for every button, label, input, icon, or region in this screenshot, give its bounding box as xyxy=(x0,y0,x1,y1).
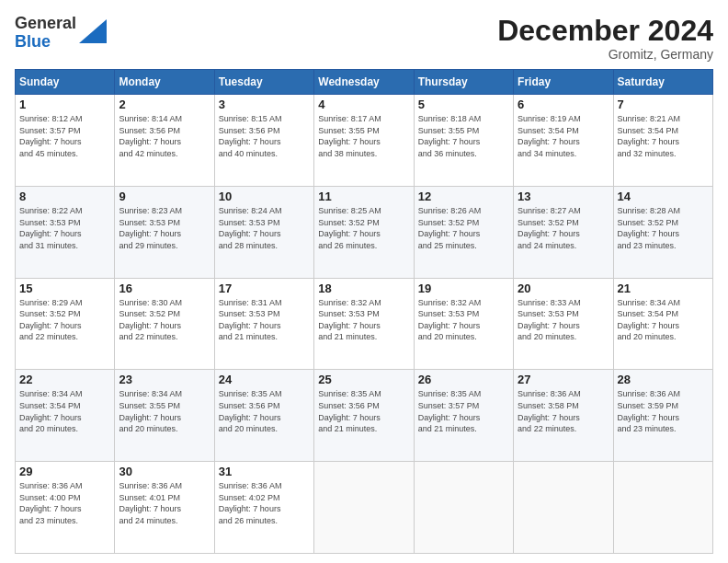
week-row-1: 1Sunrise: 8:12 AMSunset: 3:57 PMDaylight… xyxy=(16,95,713,187)
cell-info: Sunrise: 8:35 AMSunset: 3:56 PMDaylight:… xyxy=(318,388,409,434)
day-number: 4 xyxy=(318,98,409,111)
calendar-cell: 21Sunrise: 8:34 AMSunset: 3:54 PMDayligh… xyxy=(613,278,712,370)
day-number: 13 xyxy=(518,190,609,203)
calendar-cell: 22Sunrise: 8:34 AMSunset: 3:54 PMDayligh… xyxy=(16,370,115,462)
day-number: 8 xyxy=(19,190,110,203)
day-number: 5 xyxy=(418,98,509,111)
day-number: 26 xyxy=(418,373,509,386)
cell-info: Sunrise: 8:34 AMSunset: 3:55 PMDaylight:… xyxy=(119,388,210,434)
svg-marker-0 xyxy=(79,19,107,43)
cell-info: Sunrise: 8:15 AMSunset: 3:56 PMDaylight:… xyxy=(219,113,310,159)
logo-icon xyxy=(79,19,107,43)
cell-info: Sunrise: 8:29 AMSunset: 3:52 PMDaylight:… xyxy=(19,297,110,343)
calendar-cell: 14Sunrise: 8:28 AMSunset: 3:52 PMDayligh… xyxy=(613,186,712,278)
cell-info: Sunrise: 8:24 AMSunset: 3:53 PMDaylight:… xyxy=(219,205,310,251)
cell-info: Sunrise: 8:28 AMSunset: 3:52 PMDaylight:… xyxy=(618,205,709,251)
calendar-cell xyxy=(314,462,414,554)
col-header-monday: Monday xyxy=(115,70,214,95)
day-number: 19 xyxy=(418,282,509,295)
day-number: 27 xyxy=(518,373,609,386)
cell-info: Sunrise: 8:23 AMSunset: 3:53 PMDaylight:… xyxy=(119,205,210,251)
page: General Blue December 2024 Gromitz, Germ… xyxy=(0,0,728,563)
week-row-2: 8Sunrise: 8:22 AMSunset: 3:53 PMDaylight… xyxy=(16,186,713,278)
day-number: 12 xyxy=(418,190,509,203)
day-number: 6 xyxy=(518,98,609,111)
calendar-cell: 25Sunrise: 8:35 AMSunset: 3:56 PMDayligh… xyxy=(314,370,414,462)
location: Gromitz, Germany xyxy=(497,47,713,62)
day-number: 7 xyxy=(618,98,709,111)
calendar-cell: 3Sunrise: 8:15 AMSunset: 3:56 PMDaylight… xyxy=(214,95,313,187)
day-number: 3 xyxy=(219,98,310,111)
calendar-cell: 18Sunrise: 8:32 AMSunset: 3:53 PMDayligh… xyxy=(314,278,414,370)
calendar-cell: 19Sunrise: 8:32 AMSunset: 3:53 PMDayligh… xyxy=(414,278,513,370)
cell-info: Sunrise: 8:19 AMSunset: 3:54 PMDaylight:… xyxy=(518,113,609,159)
calendar-cell: 1Sunrise: 8:12 AMSunset: 3:57 PMDaylight… xyxy=(16,95,115,187)
calendar-cell: 28Sunrise: 8:36 AMSunset: 3:59 PMDayligh… xyxy=(613,370,712,462)
cell-info: Sunrise: 8:30 AMSunset: 3:52 PMDaylight:… xyxy=(119,297,210,343)
day-number: 1 xyxy=(19,98,110,111)
cell-info: Sunrise: 8:14 AMSunset: 3:56 PMDaylight:… xyxy=(119,113,210,159)
calendar-cell: 9Sunrise: 8:23 AMSunset: 3:53 PMDaylight… xyxy=(115,186,214,278)
calendar-cell xyxy=(613,462,712,554)
week-row-5: 29Sunrise: 8:36 AMSunset: 4:00 PMDayligh… xyxy=(16,462,713,554)
logo-text: General Blue xyxy=(15,15,76,52)
day-number: 22 xyxy=(19,373,110,386)
cell-info: Sunrise: 8:35 AMSunset: 3:56 PMDaylight:… xyxy=(219,388,310,434)
cell-info: Sunrise: 8:36 AMSunset: 3:59 PMDaylight:… xyxy=(618,388,709,434)
calendar-cell: 12Sunrise: 8:26 AMSunset: 3:52 PMDayligh… xyxy=(414,186,513,278)
cell-info: Sunrise: 8:33 AMSunset: 3:53 PMDaylight:… xyxy=(518,297,609,343)
cell-info: Sunrise: 8:35 AMSunset: 3:57 PMDaylight:… xyxy=(418,388,509,434)
cell-info: Sunrise: 8:36 AMSunset: 3:58 PMDaylight:… xyxy=(518,388,609,434)
cell-info: Sunrise: 8:32 AMSunset: 3:53 PMDaylight:… xyxy=(418,297,509,343)
day-number: 29 xyxy=(19,465,110,478)
cell-info: Sunrise: 8:36 AMSunset: 4:02 PMDaylight:… xyxy=(219,480,310,526)
header-row: SundayMondayTuesdayWednesdayThursdayFrid… xyxy=(16,70,713,95)
cell-info: Sunrise: 8:36 AMSunset: 4:00 PMDaylight:… xyxy=(19,480,110,526)
cell-info: Sunrise: 8:17 AMSunset: 3:55 PMDaylight:… xyxy=(318,113,409,159)
calendar-cell: 15Sunrise: 8:29 AMSunset: 3:52 PMDayligh… xyxy=(16,278,115,370)
col-header-wednesday: Wednesday xyxy=(314,70,414,95)
calendar-cell: 10Sunrise: 8:24 AMSunset: 3:53 PMDayligh… xyxy=(214,186,313,278)
day-number: 23 xyxy=(119,373,210,386)
cell-info: Sunrise: 8:12 AMSunset: 3:57 PMDaylight:… xyxy=(19,113,110,159)
day-number: 31 xyxy=(219,465,310,478)
col-header-saturday: Saturday xyxy=(613,70,712,95)
col-header-sunday: Sunday xyxy=(16,70,115,95)
day-number: 30 xyxy=(119,465,210,478)
calendar-cell: 23Sunrise: 8:34 AMSunset: 3:55 PMDayligh… xyxy=(115,370,214,462)
calendar-cell: 29Sunrise: 8:36 AMSunset: 4:00 PMDayligh… xyxy=(16,462,115,554)
day-number: 20 xyxy=(518,282,609,295)
day-number: 21 xyxy=(618,282,709,295)
cell-info: Sunrise: 8:26 AMSunset: 3:52 PMDaylight:… xyxy=(418,205,509,251)
cell-info: Sunrise: 8:36 AMSunset: 4:01 PMDaylight:… xyxy=(119,480,210,526)
day-number: 15 xyxy=(19,282,110,295)
col-header-tuesday: Tuesday xyxy=(214,70,313,95)
calendar-cell: 2Sunrise: 8:14 AMSunset: 3:56 PMDaylight… xyxy=(115,95,214,187)
month-title: December 2024 xyxy=(497,15,713,47)
calendar-cell: 31Sunrise: 8:36 AMSunset: 4:02 PMDayligh… xyxy=(214,462,313,554)
week-row-3: 15Sunrise: 8:29 AMSunset: 3:52 PMDayligh… xyxy=(16,278,713,370)
calendar-cell: 5Sunrise: 8:18 AMSunset: 3:55 PMDaylight… xyxy=(414,95,513,187)
day-number: 2 xyxy=(119,98,210,111)
cell-info: Sunrise: 8:18 AMSunset: 3:55 PMDaylight:… xyxy=(418,113,509,159)
day-number: 17 xyxy=(219,282,310,295)
calendar-cell: 6Sunrise: 8:19 AMSunset: 3:54 PMDaylight… xyxy=(514,95,613,187)
calendar-cell: 4Sunrise: 8:17 AMSunset: 3:55 PMDaylight… xyxy=(314,95,414,187)
calendar-cell: 11Sunrise: 8:25 AMSunset: 3:52 PMDayligh… xyxy=(314,186,414,278)
calendar-cell: 20Sunrise: 8:33 AMSunset: 3:53 PMDayligh… xyxy=(514,278,613,370)
day-number: 10 xyxy=(219,190,310,203)
calendar-cell: 30Sunrise: 8:36 AMSunset: 4:01 PMDayligh… xyxy=(115,462,214,554)
calendar-cell xyxy=(514,462,613,554)
cell-info: Sunrise: 8:31 AMSunset: 3:53 PMDaylight:… xyxy=(219,297,310,343)
cell-info: Sunrise: 8:32 AMSunset: 3:53 PMDaylight:… xyxy=(318,297,409,343)
cell-info: Sunrise: 8:21 AMSunset: 3:54 PMDaylight:… xyxy=(618,113,709,159)
day-number: 24 xyxy=(219,373,310,386)
calendar-cell: 17Sunrise: 8:31 AMSunset: 3:53 PMDayligh… xyxy=(214,278,313,370)
logo: General Blue xyxy=(15,15,107,52)
col-header-friday: Friday xyxy=(514,70,613,95)
cell-info: Sunrise: 8:34 AMSunset: 3:54 PMDaylight:… xyxy=(618,297,709,343)
day-number: 18 xyxy=(318,282,409,295)
day-number: 28 xyxy=(618,373,709,386)
day-number: 9 xyxy=(119,190,210,203)
calendar-cell: 27Sunrise: 8:36 AMSunset: 3:58 PMDayligh… xyxy=(514,370,613,462)
